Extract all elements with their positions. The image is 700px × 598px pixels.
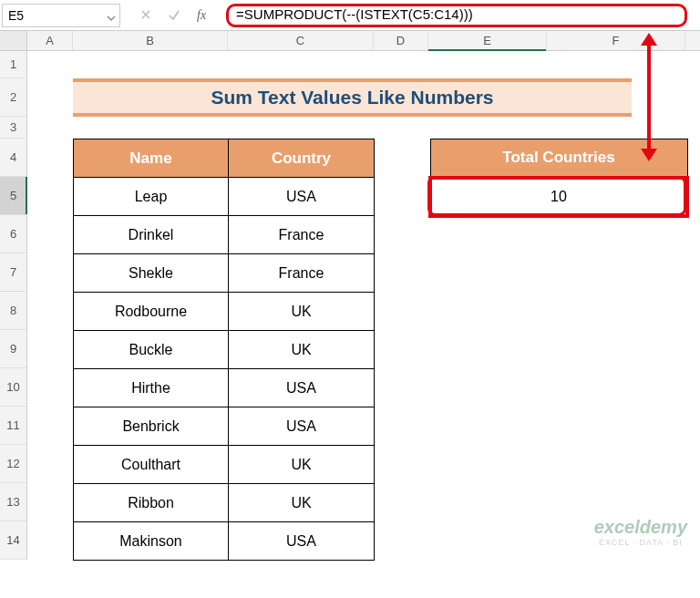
table-row: BenbrickUSA	[74, 407, 375, 446]
cell-country[interactable]: UK	[229, 446, 375, 484]
row-header[interactable]: 9	[0, 330, 27, 368]
table-row: DrinkelFrance	[74, 216, 375, 254]
col-header-c[interactable]: C	[228, 31, 374, 50]
chevron-down-icon[interactable]	[107, 11, 116, 26]
watermark-sub: EXCEL · DATA · BI	[594, 538, 687, 547]
arrow-down-icon	[641, 149, 657, 161]
table-row: ShekleFrance	[74, 254, 375, 293]
col-header-f[interactable]: F	[547, 31, 685, 50]
row-header[interactable]: 4	[0, 139, 27, 177]
arrow-line	[647, 46, 651, 149]
cell-country[interactable]: France	[229, 216, 375, 254]
name-box[interactable]: E5	[2, 4, 120, 27]
watermark-logo: exceldemy	[594, 517, 687, 538]
table-row: BuckleUK	[74, 331, 375, 369]
row-header[interactable]: 7	[0, 253, 27, 292]
col-header-d[interactable]: D	[374, 31, 428, 50]
row-header[interactable]: 6	[0, 215, 27, 253]
cell-name[interactable]: Leap	[74, 178, 229, 216]
cell-name[interactable]: Makinson	[74, 522, 229, 561]
arrow-up-icon	[641, 33, 657, 46]
column-headers: A B C D E F	[0, 31, 700, 51]
cell-country[interactable]: USA	[229, 522, 375, 561]
row-header[interactable]: 5	[0, 177, 27, 215]
annotation-arrow	[649, 33, 657, 161]
row-header[interactable]: 10	[0, 368, 27, 407]
cell-name[interactable]: Benbrick	[74, 407, 229, 446]
row-header[interactable]: 11	[0, 407, 27, 445]
row-header[interactable]: 2	[0, 78, 27, 117]
data-table: Name Country LeapUSA DrinkelFrance Shekl…	[73, 139, 375, 561]
enter-icon[interactable]	[168, 7, 180, 24]
page-title: Sum Text Values Like Numbers	[211, 87, 493, 108]
cell-name[interactable]: Coulthart	[74, 446, 229, 484]
row-header[interactable]: 1	[0, 51, 27, 78]
cell-name[interactable]: Ribbon	[74, 484, 229, 522]
fx-icon[interactable]: fx	[197, 8, 206, 23]
formula-bar-icons: fx	[120, 7, 226, 24]
row-header[interactable]: 14	[0, 521, 27, 560]
row-header[interactable]: 12	[0, 445, 27, 483]
cell-country[interactable]: USA	[229, 369, 375, 407]
col-header-a[interactable]: A	[27, 31, 73, 50]
select-all-corner[interactable]	[0, 31, 27, 50]
row-headers: 1 2 3 4 5 6 7 8 9 10 11 12 13 14	[0, 51, 27, 560]
col-header-e[interactable]: E	[428, 31, 547, 50]
row-header[interactable]: 3	[0, 117, 27, 139]
header-country: Country	[229, 139, 375, 178]
cell-country[interactable]: UK	[229, 293, 375, 331]
table-row: RodbourneUK	[74, 293, 375, 331]
table-row: MakinsonUSA	[74, 522, 375, 561]
row-header[interactable]: 8	[0, 292, 27, 330]
cell-name[interactable]: Hirthe	[74, 369, 229, 407]
worksheet[interactable]: Sum Text Values Like Numbers Name Countr…	[27, 51, 700, 560]
cell-name[interactable]: Rodbourne	[74, 293, 229, 331]
formula-text: =SUMPRODUCT(--(ISTEXT(C5:C14)))	[236, 6, 473, 22]
formula-input[interactable]: =SUMPRODUCT(--(ISTEXT(C5:C14)))	[226, 4, 687, 27]
table-row: LeapUSA	[74, 178, 375, 216]
cell-name[interactable]: Buckle	[74, 331, 229, 369]
cell-country[interactable]: USA	[229, 178, 375, 216]
name-box-value: E5	[8, 8, 24, 23]
row-header[interactable]: 13	[0, 483, 27, 521]
cell-country[interactable]: France	[229, 254, 375, 293]
col-header-b[interactable]: B	[73, 31, 228, 50]
formula-bar: E5 fx =SUMPRODUCT(--(ISTEXT(C5:C14)))	[0, 0, 700, 31]
cell-country[interactable]: UK	[229, 331, 375, 369]
cell-name[interactable]: Shekle	[74, 254, 229, 293]
table-row: HirtheUSA	[74, 369, 375, 407]
watermark: exceldemy EXCEL · DATA · BI	[594, 517, 687, 547]
cell-country[interactable]: UK	[229, 484, 375, 522]
cell-name[interactable]: Drinkel	[74, 216, 229, 254]
header-name: Name	[74, 139, 229, 178]
cell-country[interactable]: USA	[229, 407, 375, 446]
title-band: Sum Text Values Like Numbers	[73, 78, 632, 117]
table-row: RibbonUK	[74, 484, 375, 522]
result-cell[interactable]: 10	[430, 178, 687, 216]
table-row: CoulthartUK	[74, 446, 375, 484]
cancel-icon[interactable]	[140, 7, 151, 24]
